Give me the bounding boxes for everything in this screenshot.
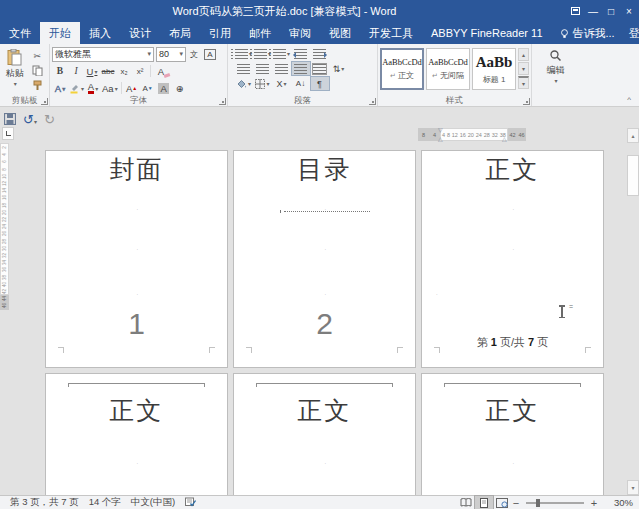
minimize-button[interactable]: —: [585, 2, 601, 20]
shading-button[interactable]: ▾: [235, 77, 253, 90]
highlight-button[interactable]: ▾: [69, 81, 84, 95]
redo-button[interactable]: ↻: [44, 112, 55, 127]
document-page[interactable]: 正文·: [233, 373, 416, 495]
strikethrough-button[interactable]: abc: [101, 64, 115, 78]
ribbon-tab[interactable]: 引用: [200, 22, 240, 44]
font-name-combo[interactable]: 微软雅黑▾: [52, 47, 154, 62]
style-name: 标题 1: [483, 74, 506, 85]
justify-button[interactable]: [292, 62, 310, 75]
document-page[interactable]: 封面···1: [45, 150, 228, 368]
spellcheck-indicator[interactable]: [185, 497, 196, 509]
ribbon-tab[interactable]: 文件: [0, 22, 40, 44]
ribbon-tab[interactable]: 设计: [120, 22, 160, 44]
close-button[interactable]: ×: [621, 2, 637, 20]
ribbon-tab[interactable]: 布局: [160, 22, 200, 44]
ribbon-tab[interactable]: 插入: [80, 22, 120, 44]
ribbon-tab[interactable]: 审阅: [280, 22, 320, 44]
shrink-font-button[interactable]: A▼: [141, 81, 155, 95]
distribute-button[interactable]: [311, 62, 329, 75]
show-hide-marks-button[interactable]: ¶: [311, 77, 329, 90]
underline-button[interactable]: U▾: [85, 64, 99, 78]
right-indent-marker[interactable]: △: [502, 136, 507, 142]
font-size-combo[interactable]: 80▾: [156, 47, 186, 62]
ribbon-display-options-icon[interactable]: [567, 2, 583, 20]
style-item[interactable]: AaBb标题 1: [472, 48, 516, 90]
ribbon-tab[interactable]: 邮件: [240, 22, 280, 44]
first-line-indent-marker[interactable]: ▽: [438, 127, 443, 133]
asian-layout-button[interactable]: X▾: [273, 77, 291, 90]
align-left-button[interactable]: [235, 62, 253, 75]
document-page[interactable]: 正文···=第 1 页/共 7 页: [421, 150, 604, 368]
character-shading-button[interactable]: A: [157, 81, 171, 95]
zoom-slider[interactable]: [526, 502, 584, 504]
styles-more-button[interactable]: ▾: [518, 76, 529, 89]
line-spacing-button[interactable]: ⇅▾: [330, 62, 348, 75]
ribbon-tab[interactable]: 开始: [40, 22, 80, 44]
superscript-button[interactable]: x²: [133, 64, 147, 78]
change-case-button[interactable]: Aa▾: [102, 81, 118, 95]
cut-button[interactable]: ✂: [29, 49, 45, 62]
align-center-button[interactable]: [254, 62, 272, 75]
web-layout-button[interactable]: [493, 496, 511, 509]
style-item[interactable]: AaBbCcDd↵ 无间隔: [426, 48, 470, 90]
decrease-indent-button[interactable]: [292, 47, 310, 60]
document-canvas: ↺▾ ↻ 8448121620242832384246▽△△ 246810121…: [0, 107, 639, 495]
subscript-button[interactable]: x₂: [117, 64, 131, 78]
text-effects-button[interactable]: A▾: [53, 81, 67, 95]
vertical-scrollbar[interactable]: ▴ ▾: [627, 128, 639, 495]
tell-me-button[interactable]: 告诉我...: [552, 22, 622, 44]
page-indicator[interactable]: 第 3 页，共 7 页: [10, 496, 79, 509]
font-color-button[interactable]: A▾: [86, 81, 100, 95]
multilevel-list-button[interactable]: ▾: [273, 47, 291, 60]
tab-selector[interactable]: [2, 127, 14, 140]
undo-button[interactable]: ↺▾: [23, 110, 37, 128]
increase-indent-button[interactable]: [311, 47, 329, 60]
zoom-in-button[interactable]: +: [589, 497, 599, 509]
vertical-ruler[interactable]: 2468101214161820222426283032343638404244…: [0, 143, 9, 310]
styles-scroll-up-button[interactable]: ▴: [518, 48, 529, 61]
ribbon-tab[interactable]: 视图: [320, 22, 360, 44]
grow-font-button[interactable]: A▲: [125, 81, 139, 95]
bold-button[interactable]: B: [53, 64, 67, 78]
paragraph-dialog-launcher[interactable]: [369, 98, 376, 105]
document-page[interactable]: 正文·: [421, 373, 604, 495]
enclose-characters-button[interactable]: ⊕: [173, 81, 187, 95]
clipboard-dialog-launcher[interactable]: [41, 98, 48, 105]
paste-dropdown-icon[interactable]: ▾: [14, 80, 17, 87]
copy-button[interactable]: [29, 64, 45, 77]
sign-in-button[interactable]: 登录: [622, 22, 639, 44]
scroll-down-button[interactable]: ▾: [627, 480, 639, 495]
ribbon-tab[interactable]: 开发工具: [360, 22, 422, 44]
styles-dialog-launcher[interactable]: [523, 98, 530, 105]
maximize-button[interactable]: □: [603, 2, 619, 20]
save-icon[interactable]: [4, 113, 16, 125]
scroll-up-button[interactable]: ▴: [627, 128, 639, 143]
align-right-button[interactable]: [273, 62, 291, 75]
italic-button[interactable]: I: [69, 64, 83, 78]
editing-button[interactable]: 编辑 ▾: [547, 49, 565, 84]
zoom-slider-thumb[interactable]: [536, 499, 540, 507]
language-indicator[interactable]: 中文(中国): [131, 496, 175, 509]
clear-formatting-button[interactable]: A: [154, 64, 168, 78]
scrollbar-thumb[interactable]: [627, 155, 639, 196]
font-dialog-launcher[interactable]: [219, 98, 226, 105]
zoom-percentage[interactable]: 30%: [599, 497, 633, 508]
styles-scroll-down-button[interactable]: ▾: [518, 62, 529, 75]
style-item[interactable]: AaBbCcDd↵ 正文: [380, 48, 424, 90]
document-page[interactable]: 目录···2: [233, 150, 416, 368]
document-page[interactable]: 正文·: [45, 373, 228, 495]
sort-button[interactable]: A↓: [292, 77, 310, 90]
paste-button[interactable]: 粘贴 ▾: [2, 46, 27, 94]
character-border-button[interactable]: A: [203, 47, 217, 61]
phonetic-guide-button[interactable]: 文: [187, 47, 201, 61]
horizontal-ruler[interactable]: 8448121620242832384246▽△△: [418, 128, 526, 141]
hanging-indent-marker[interactable]: △: [438, 136, 443, 142]
ribbon-tab[interactable]: ABBYY FineReader 11: [422, 22, 552, 44]
print-layout-button[interactable]: [475, 496, 493, 509]
zoom-out-button[interactable]: −: [511, 497, 521, 509]
read-mode-button[interactable]: [457, 496, 475, 509]
word-count[interactable]: 14 个字: [89, 496, 121, 509]
borders-button[interactable]: ▾: [254, 77, 272, 90]
format-painter-button[interactable]: [29, 79, 45, 92]
collapse-ribbon-button[interactable]: ^: [627, 95, 631, 104]
